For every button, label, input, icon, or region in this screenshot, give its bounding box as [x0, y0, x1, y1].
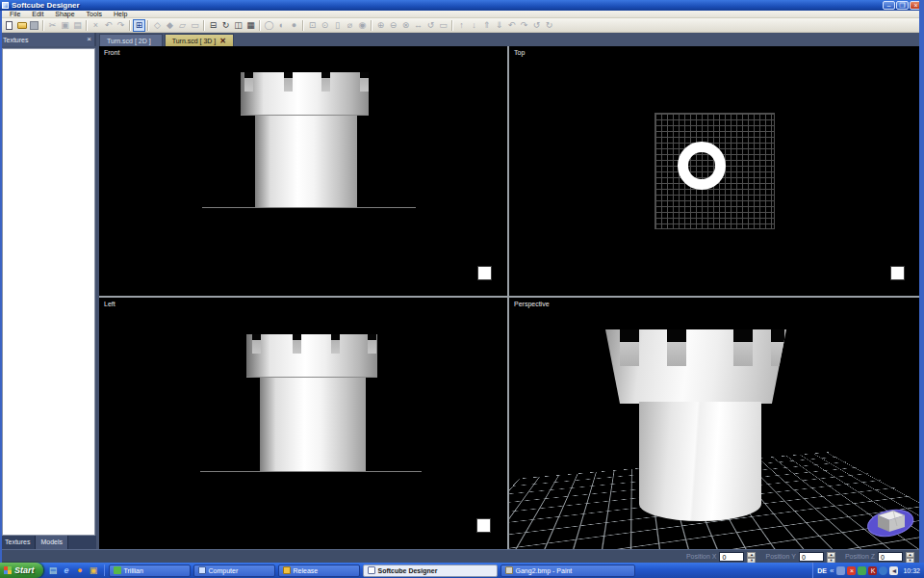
messenger-tray-icon[interactable] — [836, 566, 845, 575]
tab-close-icon[interactable]: ✕ — [219, 37, 226, 45]
position-spinner[interactable]: ▲▼ — [906, 552, 914, 562]
globe-tray-icon[interactable] — [879, 566, 887, 575]
zoom-fit-icon[interactable]: ⊗ — [399, 19, 412, 32]
minimize-button-icon[interactable]: – — [883, 1, 895, 10]
viewport-handle-front[interactable] — [477, 266, 492, 280]
panel-tab-textures[interactable]: Textures — [0, 536, 36, 549]
close-contour-icon[interactable]: ▭ — [189, 19, 201, 32]
tower-body-left — [260, 378, 366, 471]
new-file-icon[interactable] — [3, 19, 15, 32]
edit-contour-icon[interactable]: ▱ — [176, 19, 189, 32]
textures-panel-header: Textures × — [0, 33, 96, 46]
rotate-up-icon[interactable]: ⇑ — [480, 19, 493, 32]
tray-icons: ×K◄ — [836, 566, 898, 575]
viewport-front[interactable]: Front — [99, 46, 507, 296]
lathe-icon[interactable]: ↻ — [219, 19, 232, 32]
mirror-icon[interactable]: ◫ — [232, 19, 244, 32]
view-front-icon[interactable]: ⊡ — [306, 19, 319, 32]
menu-edit[interactable]: Edit — [26, 11, 49, 18]
network-agent-tray-icon[interactable] — [858, 566, 866, 575]
taskbar-softcube-designer[interactable]: Softcube Designer — [363, 565, 498, 577]
zoom-in-icon[interactable]: ⊕ — [374, 19, 387, 32]
antivirus-tray-icon[interactable]: × — [847, 566, 856, 575]
tray-chevron-icon[interactable]: « — [830, 566, 834, 575]
turn-right-icon[interactable]: ↷ — [518, 19, 530, 32]
start-button[interactable]: Start — [0, 563, 43, 578]
tab-turn-3d[interactable]: Turn.scd [ 3D ] ✕ — [165, 34, 234, 46]
position-value[interactable]: 0 — [719, 552, 744, 562]
position-value[interactable]: 0 — [878, 552, 903, 562]
restore-button-icon[interactable]: ❐ — [896, 1, 909, 10]
media-player-icon[interactable]: ▣ — [89, 565, 99, 576]
viewport-left[interactable]: Left — [99, 298, 507, 549]
smooth-shade-icon[interactable]: ● — [288, 19, 300, 32]
step-down-icon[interactable]: ↓ — [468, 19, 480, 32]
position-x: Position X 0 ▲▼ — [686, 552, 757, 562]
delete-icon[interactable]: × — [90, 19, 102, 32]
textures-panel-body[interactable] — [2, 48, 95, 536]
panel-tab-models[interactable]: Models — [36, 536, 68, 549]
turn-left-icon[interactable]: ↶ — [505, 19, 518, 32]
select-region-icon[interactable]: ▭ — [437, 19, 449, 32]
paste-icon[interactable]: ▤ — [71, 19, 84, 32]
step-up-icon[interactable]: ↑ — [455, 19, 468, 32]
system-tray: DE « ×K◄ 10:32 — [812, 563, 924, 578]
viewport-layout-icon[interactable]: ⊞ — [133, 19, 145, 32]
position-spinner[interactable]: ▲▼ — [827, 552, 835, 562]
view-user-icon[interactable]: ◉ — [356, 19, 369, 32]
view-left-icon[interactable]: ▯ — [331, 19, 344, 32]
viewport-perspective[interactable]: Perspective — [509, 298, 919, 549]
tray-clock[interactable]: 10:32 — [901, 567, 920, 574]
internet-explorer-icon[interactable]: e — [62, 565, 72, 576]
undo-icon[interactable]: ↶ — [102, 19, 115, 32]
zoom-out-icon[interactable]: ⊖ — [387, 19, 399, 32]
title-bar[interactable]: Softcube Designer – ❐ × — [0, 0, 924, 11]
menu-help[interactable]: Help — [108, 11, 133, 18]
position-spinner[interactable]: ▲▼ — [747, 552, 756, 562]
navigation-gizmo[interactable] — [865, 503, 915, 545]
wireframe-icon[interactable]: ◯ — [263, 19, 275, 32]
cut-icon[interactable]: ✂ — [46, 19, 59, 32]
viewport-top[interactable]: Top — [509, 46, 919, 296]
tab-turn-2d[interactable]: Turn.scd [ 2D ] — [99, 34, 163, 46]
tower-body-perspective — [639, 402, 761, 521]
open-folder-icon[interactable] — [15, 19, 28, 32]
array-icon[interactable]: ▦ — [244, 19, 257, 32]
taskbar-computer[interactable]: Computer — [193, 565, 275, 577]
rotate-down-icon[interactable]: ⇓ — [493, 19, 505, 32]
taskbar-release[interactable]: Release — [278, 565, 360, 577]
window-title: Softcube Designer — [12, 0, 80, 11]
flat-shade-icon[interactable]: ◐ — [275, 19, 288, 32]
view-top-icon[interactable]: ⊙ — [319, 19, 331, 32]
taskbar-paint[interactable]: Gang2.bmp - Paint — [500, 565, 635, 577]
menu-file[interactable]: File — [4, 11, 26, 18]
menu-shape[interactable]: Shape — [49, 11, 80, 18]
redo-icon[interactable]: ↷ — [115, 19, 127, 32]
scanner-tray-icon[interactable]: K — [868, 566, 877, 575]
language-indicator[interactable]: DE — [817, 567, 827, 574]
textures-panel-close-icon[interactable]: × — [87, 33, 91, 46]
taskbar-trillian[interactable]: Trillian — [109, 565, 191, 577]
pan-icon[interactable]: ↔ — [412, 19, 424, 32]
spin-left-icon[interactable]: ↺ — [530, 19, 543, 32]
viewport-top-label: Top — [514, 49, 525, 56]
quick-launch: ▤e●▣ — [43, 565, 104, 576]
copy-icon[interactable]: ▣ — [59, 19, 71, 32]
show-desktop-icon[interactable]: ▤ — [48, 565, 59, 576]
menu-tools[interactable]: Tools — [81, 11, 108, 18]
firefox-icon[interactable]: ● — [75, 565, 86, 576]
tower-ring-top — [678, 142, 726, 190]
volume-tray-icon[interactable]: ◄ — [889, 566, 898, 575]
viewport-handle-top[interactable] — [890, 266, 905, 280]
orbit-icon[interactable]: ↺ — [424, 19, 437, 32]
spin-right-icon[interactable]: ↻ — [543, 19, 555, 32]
tower-body-front — [255, 116, 357, 207]
view-perspective-icon[interactable]: ⌀ — [344, 19, 356, 32]
extrude-icon[interactable]: ⊟ — [207, 19, 219, 32]
app-icon — [2, 2, 9, 9]
viewport-handle-left[interactable] — [476, 518, 491, 533]
position-value[interactable]: 0 — [799, 552, 824, 562]
insert-point-icon[interactable]: ◇ — [151, 19, 164, 32]
delete-point-icon[interactable]: ◆ — [164, 19, 176, 32]
save-icon[interactable] — [28, 19, 40, 32]
